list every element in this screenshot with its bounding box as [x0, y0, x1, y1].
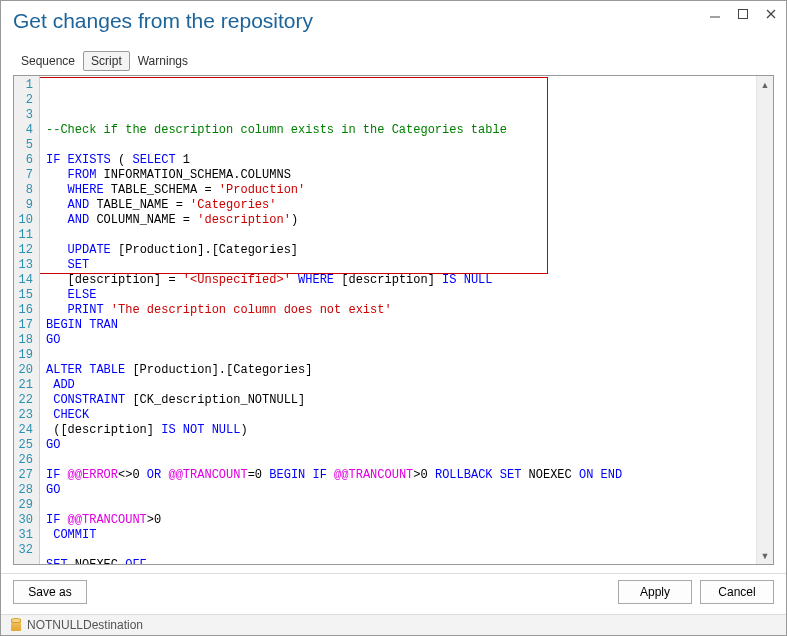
code-line[interactable]: COMMIT	[46, 528, 756, 543]
code-line[interactable]	[46, 138, 756, 153]
cancel-button[interactable]: Cancel	[700, 580, 774, 604]
minimize-button[interactable]	[706, 5, 724, 23]
database-icon	[11, 619, 21, 631]
code-area[interactable]: --Check if the description column exists…	[40, 76, 756, 564]
scroll-down-icon[interactable]: ▼	[757, 547, 773, 564]
code-line[interactable]: IF EXISTS ( SELECT 1	[46, 153, 756, 168]
code-line[interactable]: IF @@TRANCOUNT>0	[46, 513, 756, 528]
tab-warnings[interactable]: Warnings	[130, 51, 196, 71]
code-line[interactable]: WHERE TABLE_SCHEMA = 'Production'	[46, 183, 756, 198]
code-line[interactable]: GO	[46, 483, 756, 498]
code-line[interactable]: FROM INFORMATION_SCHEMA.COLUMNS	[46, 168, 756, 183]
code-line[interactable]: ALTER TABLE [Production].[Categories]	[46, 363, 756, 378]
code-line[interactable]: ELSE	[46, 288, 756, 303]
svg-rect-1	[739, 10, 748, 19]
scroll-up-icon[interactable]: ▲	[757, 76, 773, 93]
code-line[interactable]: IF @@ERROR<>0 OR @@TRANCOUNT=0 BEGIN IF …	[46, 468, 756, 483]
code-line[interactable]: CONSTRAINT [CK_description_NOTNULL]	[46, 393, 756, 408]
code-line[interactable]: BEGIN TRAN	[46, 318, 756, 333]
apply-button[interactable]: Apply	[618, 580, 692, 604]
vertical-scrollbar[interactable]: ▲ ▼	[756, 76, 773, 564]
code-line[interactable]: AND TABLE_NAME = 'Categories'	[46, 198, 756, 213]
maximize-button[interactable]	[734, 5, 752, 23]
code-line[interactable]: GO	[46, 438, 756, 453]
code-line[interactable]	[46, 228, 756, 243]
window-title: Get changes from the repository	[13, 1, 313, 33]
code-editor[interactable]: 1234567891011121314151617181920212223242…	[13, 75, 774, 565]
code-line[interactable]: [description] = '<Unspecified>' WHERE [d…	[46, 273, 756, 288]
code-line[interactable]	[46, 348, 756, 363]
footer-buttons: Save as Apply Cancel	[1, 573, 786, 614]
code-line[interactable]: PRINT 'The description column does not e…	[46, 303, 756, 318]
code-line[interactable]: UPDATE [Production].[Categories]	[46, 243, 756, 258]
line-gutter: 1234567891011121314151617181920212223242…	[14, 76, 40, 564]
code-line[interactable]: SET NOEXEC OFF	[46, 558, 756, 564]
save-as-button[interactable]: Save as	[13, 580, 87, 604]
code-line[interactable]: SET	[46, 258, 756, 273]
code-line[interactable]: --Check if the description column exists…	[46, 123, 756, 138]
code-line[interactable]: AND COLUMN_NAME = 'description')	[46, 213, 756, 228]
window-controls	[706, 1, 780, 23]
code-line[interactable]: ([description] IS NOT NULL)	[46, 423, 756, 438]
code-line[interactable]: CHECK	[46, 408, 756, 423]
code-line[interactable]: ADD	[46, 378, 756, 393]
tab-bar: SequenceScriptWarnings	[1, 45, 786, 71]
code-line[interactable]	[46, 453, 756, 468]
tab-script[interactable]: Script	[83, 51, 130, 71]
code-line[interactable]	[46, 543, 756, 558]
code-line[interactable]	[46, 498, 756, 513]
tab-sequence[interactable]: Sequence	[13, 51, 83, 71]
status-bar: NOTNULLDestination	[1, 614, 786, 635]
close-button[interactable]	[762, 5, 780, 23]
code-line[interactable]: GO	[46, 333, 756, 348]
titlebar: Get changes from the repository	[1, 1, 786, 45]
status-db-name: NOTNULLDestination	[27, 618, 143, 632]
